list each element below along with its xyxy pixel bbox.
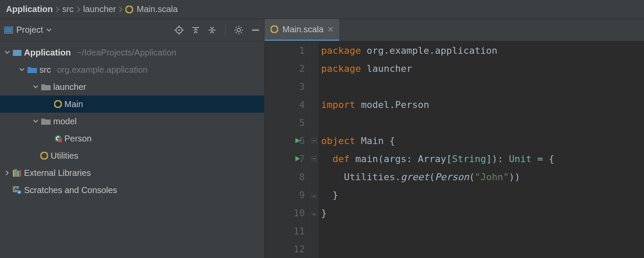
code-line[interactable]: } [321, 186, 644, 204]
svg-line-16 [236, 27, 237, 28]
token-call: Person [435, 172, 469, 182]
fold-marker[interactable] [310, 132, 319, 150]
tree-node-launcher[interactable]: launcher [0, 78, 264, 95]
tree-node-model[interactable]: model [0, 113, 264, 130]
token-ident: model.Person [361, 99, 429, 110]
project-toolbar-label: Project [16, 25, 43, 35]
code-area[interactable]: package org.example.applicationpackage l… [319, 41, 644, 258]
token-ident: Array [418, 154, 446, 164]
expand-all-icon[interactable] [191, 26, 200, 34]
editor-tab-label: Main.scala [283, 25, 324, 34]
gutter-line[interactable]: 1 [264, 41, 309, 59]
libraries-icon [13, 169, 21, 177]
tree-node-external-libraries[interactable]: External Libraries [0, 164, 264, 181]
scala-object-icon [125, 6, 133, 13]
gutter-line[interactable]: 4 [264, 95, 309, 114]
fold-marker [310, 95, 319, 114]
fold-marker[interactable] [310, 204, 319, 222]
source-folder-icon [27, 66, 37, 73]
package-folder-icon [41, 83, 51, 90]
tree-label: Person [64, 134, 91, 144]
code-line[interactable]: } [321, 204, 644, 222]
breadcrumb-file[interactable]: Main.scala [125, 4, 178, 14]
main-split: Application ~/IdeaProjects/Application s… [0, 41, 644, 258]
gutter-line[interactable]: 7 [264, 150, 309, 168]
fold-marker [310, 59, 319, 77]
tree-node-src[interactable]: src org.example.application [0, 61, 264, 78]
code-editor[interactable]: 123456789101112 package org.example.appl… [264, 41, 644, 258]
tree-sublabel: ~/IdeaProjects/Application [77, 48, 176, 58]
locate-icon[interactable] [174, 25, 184, 35]
line-number: 4 [299, 99, 305, 110]
code-line[interactable] [321, 240, 644, 258]
tree-node-utilities[interactable]: Utilities [0, 147, 264, 164]
code-line[interactable] [321, 114, 644, 132]
tree-node-person[interactable]: Person [0, 130, 264, 147]
gutter-line[interactable]: 5 [264, 114, 309, 132]
chevron-down-icon [33, 84, 39, 90]
line-number: 9 [299, 190, 305, 200]
chevron-right-icon [118, 6, 123, 12]
tree-node-application[interactable]: Application ~/IdeaProjects/Application [0, 44, 264, 61]
code-line[interactable]: import model.Person [321, 95, 644, 114]
line-number: 8 [299, 172, 305, 182]
fold-column[interactable] [309, 41, 319, 258]
gutter-line[interactable]: 10 [264, 204, 309, 222]
chevron-down-icon [4, 49, 10, 55]
code-line[interactable]: package launcher [321, 59, 644, 77]
toolbar-divider [225, 24, 225, 36]
gutter-line[interactable]: 11 [264, 222, 309, 240]
line-number: 12 [294, 244, 305, 255]
code-line[interactable]: def main(args: Array[String]): Unit = { [321, 150, 644, 168]
fold-marker [310, 77, 319, 95]
tree-node-main[interactable]: Main [0, 95, 264, 113]
tree-label: Application [24, 48, 71, 58]
editor-tab-main-scala[interactable]: Main.scala [264, 19, 339, 41]
tree-label: Utilities [51, 151, 78, 161]
breadcrumb-src[interactable]: src [62, 4, 74, 14]
chevron-right-icon [4, 170, 10, 176]
token-type: String [452, 154, 486, 164]
chevron-right-icon [55, 6, 60, 12]
gutter-line[interactable]: 12 [264, 240, 309, 258]
token-str: "John" [475, 172, 509, 182]
code-line[interactable]: object Main { [321, 132, 644, 150]
breadcrumb-root[interactable]: Application [6, 4, 53, 14]
minimize-icon[interactable] [251, 26, 260, 34]
code-line[interactable]: Utilities.greet(Person("John")) [321, 168, 644, 186]
code-line[interactable]: package org.example.application [321, 41, 644, 59]
gutter-line[interactable]: 9 [264, 186, 309, 204]
editor-gutter[interactable]: 123456789101112 [264, 41, 309, 258]
tree-label: launcher [53, 82, 86, 92]
run-gutter-icon[interactable] [295, 138, 301, 144]
code-line[interactable] [321, 77, 644, 95]
fold-marker [310, 114, 319, 132]
fold-marker[interactable] [310, 150, 319, 168]
svg-rect-29 [15, 169, 17, 177]
token-kw: def [333, 154, 355, 164]
collapse-all-icon[interactable] [208, 26, 216, 34]
svg-line-18 [236, 32, 237, 33]
token-plain: } [321, 208, 327, 218]
svg-rect-28 [13, 170, 15, 177]
gutter-line[interactable]: 2 [264, 59, 309, 77]
gutter-line[interactable]: 3 [264, 77, 309, 95]
tree-label: External Libraries [24, 168, 91, 178]
token-ident: args [384, 154, 407, 164]
token-plain: ( [469, 172, 474, 182]
svg-line-17 [241, 32, 242, 33]
fold-marker[interactable] [310, 186, 319, 204]
code-line[interactable] [321, 222, 644, 240]
breadcrumb-launcher[interactable]: launcher [83, 4, 116, 14]
chevron-right-icon [76, 6, 81, 12]
gutter-line[interactable]: 6 [264, 132, 309, 150]
gutter-line[interactable]: 8 [264, 168, 309, 186]
breadcrumb-file-label: Main.scala [137, 4, 178, 14]
close-tab-icon[interactable] [328, 27, 333, 32]
project-tool-window-button[interactable]: Project [4, 25, 170, 35]
run-gutter-icon[interactable] [295, 156, 301, 162]
token-kw: import [321, 99, 361, 110]
tree-node-scratches[interactable]: Scratches and Consoles [0, 181, 264, 199]
project-tree[interactable]: Application ~/IdeaProjects/Application s… [0, 41, 264, 258]
gear-icon[interactable] [234, 25, 243, 35]
